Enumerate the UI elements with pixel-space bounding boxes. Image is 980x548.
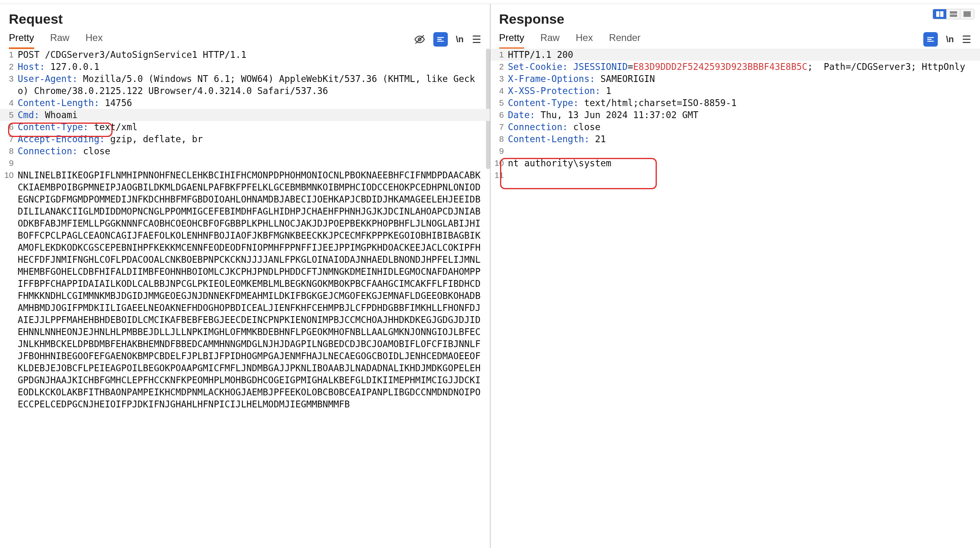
code-text[interactable]: Content-Type: text/xml	[18, 121, 490, 133]
response-line[interactable]: 8Content-Length: 21	[490, 133, 980, 145]
request-line[interactable]: 1POST /CDGServer3/AutoSignService1 HTTP/…	[0, 49, 490, 61]
line-number: 4	[0, 97, 18, 109]
code-text[interactable]	[508, 169, 980, 181]
request-line[interactable]: 9	[0, 157, 490, 169]
svg-rect-2	[950, 11, 957, 14]
code-text[interactable]: Host: 127.0.0.1	[18, 61, 490, 73]
request-editor-scroll[interactable]: 1POST /CDGServer3/AutoSignService1 HTTP/…	[0, 49, 490, 548]
line-number: 1	[0, 49, 18, 61]
line-number: 5	[0, 109, 18, 121]
pretty-format-icon[interactable]	[923, 32, 938, 47]
code-text[interactable]: Set-Cookie: JSESSIONID=E83D9DDD2F5242593…	[508, 61, 980, 73]
line-number: 8	[0, 145, 18, 157]
line-number: 5	[490, 97, 508, 109]
code-text[interactable]: HTTP/1.1 200	[508, 49, 980, 61]
request-pane: Request Pretty Raw Hex	[0, 4, 490, 548]
response-tabs: Pretty Raw Hex Render	[499, 30, 924, 49]
line-number: 10	[490, 157, 508, 169]
svg-rect-4	[964, 11, 971, 17]
tab-response-raw[interactable]: Raw	[540, 30, 560, 49]
request-line[interactable]: 3User-Agent: Mozilla/5.0 (Windows NT 6.1…	[0, 73, 490, 97]
code-text[interactable]	[508, 145, 980, 157]
request-editor[interactable]: 1POST /CDGServer3/AutoSignService1 HTTP/…	[0, 49, 490, 410]
svg-rect-1	[940, 11, 943, 17]
line-number: 7	[0, 133, 18, 145]
response-tools: \n ☰	[923, 32, 971, 47]
code-text[interactable]: User-Agent: Mozilla/5.0 (Windows NT 6.1;…	[18, 73, 490, 97]
response-pane: Response Pretty Raw Hex Render \n ☰ 1HTT…	[490, 4, 980, 548]
line-number: 3	[0, 73, 18, 97]
code-text[interactable]: Date: Thu, 13 Jun 2024 11:37:02 GMT	[508, 109, 980, 121]
line-number: 2	[490, 61, 508, 73]
response-line[interactable]: 2Set-Cookie: JSESSIONID=E83D9DDD2F524259…	[490, 61, 980, 73]
response-title: Response	[490, 4, 980, 30]
svg-rect-3	[950, 14, 957, 17]
layout-toggle-group	[933, 9, 974, 19]
tab-response-pretty[interactable]: Pretty	[499, 30, 525, 49]
code-text[interactable]: Cmd: Whoami	[18, 109, 490, 121]
request-tools: \n ☰	[414, 32, 481, 47]
code-text[interactable]: X-Frame-Options: SAMEORIGIN	[508, 73, 980, 85]
line-number: 6	[0, 121, 18, 133]
layout-split-button[interactable]	[933, 9, 947, 19]
line-number: 9	[490, 145, 508, 157]
show-newlines-toggle[interactable]: \n	[946, 34, 954, 45]
toggle-hidden-icon[interactable]	[414, 34, 425, 45]
response-line[interactable]: 3X-Frame-Options: SAMEORIGIN	[490, 73, 980, 85]
response-line[interactable]: 5Content-Type: text/html;charset=ISO-885…	[490, 97, 980, 109]
line-number: 6	[490, 109, 508, 121]
line-number: 8	[490, 133, 508, 145]
code-text[interactable]: nt authority\system	[508, 157, 980, 169]
response-line[interactable]: 4X-XSS-Protection: 1	[490, 85, 980, 97]
code-text[interactable]: X-XSS-Protection: 1	[508, 85, 980, 97]
top-divider	[0, 0, 980, 4]
request-line[interactable]: 10NNLINELBIIKEOGPIFLNMHIPNNOHFNECLEHKBCI…	[0, 169, 490, 410]
line-number: 2	[0, 61, 18, 73]
line-number: 4	[490, 85, 508, 97]
split-container: Request Pretty Raw Hex	[0, 4, 980, 548]
line-number: 10	[0, 169, 18, 410]
show-newlines-toggle[interactable]: \n	[456, 34, 464, 45]
code-text[interactable]: Connection: close	[18, 145, 490, 157]
response-line[interactable]: 10nt authority\system	[490, 157, 980, 169]
tab-response-render[interactable]: Render	[609, 30, 641, 49]
line-number: 9	[0, 157, 18, 169]
request-line[interactable]: 7Accept-Encoding: gzip, deflate, br	[0, 133, 490, 145]
code-text[interactable]: NNLINELBIIKEOGPIFLNMHIPNNOHFNECLEHKBCIHI…	[18, 169, 490, 410]
code-text[interactable]: Accept-Encoding: gzip, deflate, br	[18, 133, 490, 145]
line-number: 7	[490, 121, 508, 133]
response-editor[interactable]: 1HTTP/1.1 2002Set-Cookie: JSESSIONID=E83…	[490, 49, 980, 181]
request-line[interactable]: 2Host: 127.0.0.1	[0, 61, 490, 73]
request-line[interactable]: 5Cmd: Whoami	[0, 109, 490, 121]
response-line[interactable]: 7Connection: close	[490, 121, 980, 133]
request-title: Request	[0, 4, 490, 30]
line-number: 3	[490, 73, 508, 85]
response-line[interactable]: 9	[490, 145, 980, 157]
request-line[interactable]: 4Content-Length: 14756	[0, 97, 490, 109]
request-tabs: Pretty Raw Hex	[9, 30, 414, 49]
request-line[interactable]: 8Connection: close	[0, 145, 490, 157]
line-number: 11	[490, 169, 508, 181]
response-line[interactable]: 1HTTP/1.1 200	[490, 49, 980, 61]
code-text[interactable]: Connection: close	[508, 121, 980, 133]
response-line[interactable]: 11	[490, 169, 980, 181]
response-more-menu[interactable]: ☰	[962, 33, 971, 46]
tab-request-raw[interactable]: Raw	[50, 30, 70, 49]
code-text[interactable]: Content-Length: 14756	[18, 97, 490, 109]
layout-stack-button[interactable]	[947, 9, 960, 19]
tab-request-hex[interactable]: Hex	[86, 30, 103, 49]
tab-request-pretty[interactable]: Pretty	[9, 30, 34, 49]
code-text[interactable]: Content-Type: text/html;charset=ISO-8859…	[508, 97, 980, 109]
code-text[interactable]	[18, 157, 490, 169]
request-line[interactable]: 6Content-Type: text/xml	[0, 121, 490, 133]
code-text[interactable]: Content-Length: 21	[508, 133, 980, 145]
request-more-menu[interactable]: ☰	[472, 33, 481, 46]
response-tabbar: Pretty Raw Hex Render \n ☰	[490, 30, 980, 49]
layout-single-button[interactable]	[960, 9, 974, 19]
code-text[interactable]: POST /CDGServer3/AutoSignService1 HTTP/1…	[18, 49, 490, 61]
response-editor-scroll[interactable]: 1HTTP/1.1 2002Set-Cookie: JSESSIONID=E83…	[490, 49, 980, 548]
request-tabbar: Pretty Raw Hex \n ☰	[0, 30, 490, 49]
tab-response-hex[interactable]: Hex	[576, 30, 593, 49]
response-line[interactable]: 6Date: Thu, 13 Jun 2024 11:37:02 GMT	[490, 109, 980, 121]
pretty-format-icon[interactable]	[433, 32, 448, 47]
